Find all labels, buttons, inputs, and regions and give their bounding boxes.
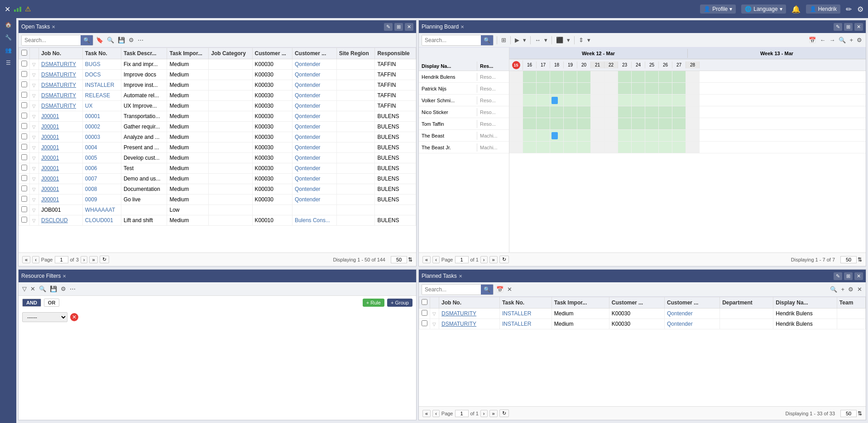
search2-icon[interactable]: 🔍	[106, 36, 115, 44]
pb-settings-icon[interactable]: ⚙	[856, 36, 863, 44]
row-checkbox[interactable]	[21, 102, 27, 108]
customer2-link[interactable]: Qontender	[295, 155, 321, 161]
arrow-lr-icon[interactable]: ↔	[534, 36, 542, 44]
customer2-link[interactable]: Qontender	[295, 165, 321, 171]
pt-edit-btn[interactable]: ✎	[834, 272, 842, 280]
row-checkbox[interactable]	[21, 185, 27, 191]
job-no-link[interactable]: J00001	[41, 113, 59, 119]
pt-per-page-arrows[interactable]: ⇅	[858, 410, 862, 417]
job-no-link[interactable]: J00001	[41, 165, 59, 171]
sidebar-tools-icon[interactable]: 🔧	[5, 34, 12, 41]
col-customer2[interactable]: Customer ...	[292, 48, 336, 59]
and-button[interactable]: AND	[22, 299, 41, 307]
row-checkbox[interactable]	[21, 165, 27, 171]
customer2-link[interactable]: Qontender	[295, 92, 321, 99]
task-no-link[interactable]: BUGS	[85, 61, 101, 67]
pb-search2-icon[interactable]: 🔍	[838, 36, 847, 44]
select-all-checkbox[interactable]	[21, 50, 27, 56]
pb-close-btn[interactable]: ✕	[854, 23, 863, 31]
pt-clear-icon[interactable]: ✕	[506, 285, 513, 294]
filter-clear-icon[interactable]: ✕	[29, 285, 36, 293]
row-checkbox-cell[interactable]	[19, 153, 30, 163]
customer2-link[interactable]: Qontender	[295, 134, 321, 140]
col-customer1[interactable]: Customer ...	[252, 48, 292, 59]
group-button[interactable]: + Group	[387, 299, 412, 307]
edit-icon[interactable]: ✏	[846, 5, 852, 14]
task-no-link[interactable]: 0004	[85, 144, 97, 151]
row-checkbox[interactable]	[21, 175, 27, 181]
col-check-all[interactable]	[19, 48, 30, 59]
row-checkbox[interactable]	[21, 71, 27, 77]
screen-icon[interactable]: ⬛	[555, 36, 564, 44]
task-no-link[interactable]: INSTALLER	[85, 82, 114, 88]
bookmark-icon[interactable]: 🔖	[95, 36, 104, 44]
play-down-icon[interactable]: ▾	[522, 36, 527, 44]
filter-icon[interactable]: ▽	[21, 285, 28, 293]
task-no-link[interactable]: 0006	[85, 165, 97, 171]
open-tasks-table-scroll[interactable]: Job No. Task No. Task Descr... Task Impo…	[19, 48, 416, 252]
row-checkbox-cell[interactable]	[19, 80, 30, 90]
open-tasks-close[interactable]: ✕	[52, 24, 55, 29]
job-no-link[interactable]: J00001	[41, 196, 59, 203]
pb-copy-btn[interactable]: ⊞	[844, 23, 853, 31]
row-checkbox-cell[interactable]	[19, 143, 30, 153]
row-checkbox-cell[interactable]	[19, 163, 30, 174]
pt-col-display-na[interactable]: Display Na...	[773, 297, 837, 309]
row-checkbox[interactable]	[21, 92, 27, 98]
row-checkbox[interactable]	[21, 133, 27, 139]
settings2-icon[interactable]: ⚙	[128, 36, 135, 44]
pt-col-task-impor[interactable]: Task Impor...	[551, 297, 609, 309]
pt-col-check[interactable]	[419, 297, 430, 309]
pb-edit-btn[interactable]: ✎	[834, 23, 842, 31]
pt-col-customer1[interactable]: Customer ...	[609, 297, 664, 309]
customer2-link[interactable]: Qontender	[295, 176, 321, 182]
task-no-link[interactable]: 0008	[85, 186, 97, 192]
task-no-link[interactable]: DOCS	[85, 71, 101, 78]
pt-search-input[interactable]	[422, 285, 481, 295]
refresh-btn[interactable]: ↻	[100, 256, 109, 263]
task-no-link[interactable]: 00002	[85, 124, 100, 130]
task-no-link[interactable]: 00003	[85, 134, 100, 140]
pt-col-customer2[interactable]: Customer ...	[664, 297, 719, 309]
row-checkbox-cell[interactable]	[19, 111, 30, 122]
pt-per-page-input[interactable]	[840, 410, 857, 417]
row-checkbox[interactable]	[21, 196, 27, 202]
pt-checkbox[interactable]	[422, 320, 427, 326]
close-icon[interactable]: ✕	[5, 5, 10, 14]
user-button[interactable]: 👤 Hendrik	[806, 5, 840, 14]
open-tasks-edit-btn[interactable]: ✎	[384, 23, 393, 31]
pt-col-job-no[interactable]: Job No.	[439, 297, 500, 309]
job-no-link[interactable]: J00001	[41, 186, 59, 192]
filter-settings-icon[interactable]: ⚙	[60, 285, 67, 293]
pb-next-btn[interactable]: ›	[480, 256, 488, 263]
task-no-link[interactable]: RELEASE	[85, 92, 110, 99]
row-checkbox-cell[interactable]	[19, 215, 30, 226]
customer2-link[interactable]: Qontender	[295, 196, 321, 203]
filter-save-icon[interactable]: 💾	[49, 285, 58, 293]
filter-delete-btn[interactable]: ✕	[70, 313, 78, 321]
pb-refresh-btn[interactable]: ↻	[499, 256, 509, 263]
row-checkbox-cell[interactable]	[19, 174, 30, 184]
pt-task-link[interactable]: INSTALLER	[502, 321, 531, 327]
pt-copy-btn[interactable]: ⊞	[844, 272, 853, 280]
language-button[interactable]: 🌐 Language ▾	[741, 5, 786, 14]
sidebar-users-icon[interactable]: 👥	[5, 47, 12, 53]
pb-add-icon[interactable]: +	[849, 36, 854, 44]
task-no-link[interactable]: 0007	[85, 176, 97, 182]
row-checkbox[interactable]	[21, 154, 27, 160]
col-responsible[interactable]: Responsible	[375, 48, 416, 59]
pt-search2-icon[interactable]: 🔍	[829, 285, 838, 294]
more-icon[interactable]: ⋯	[137, 36, 144, 44]
row-checkbox[interactable]	[21, 123, 27, 129]
pb-per-page-input[interactable]	[840, 256, 857, 263]
job-no-link[interactable]: DSMATURITY	[41, 61, 76, 67]
col-job-no[interactable]: Job No.	[39, 48, 83, 59]
col-task-no[interactable]: Task No.	[82, 48, 121, 59]
pt-close-btn[interactable]: ✕	[854, 272, 863, 280]
row-checkbox[interactable]	[21, 144, 27, 150]
customer2-link[interactable]: Qontender	[295, 186, 321, 192]
col-task-desc[interactable]: Task Descr...	[121, 48, 167, 59]
customer2-link[interactable]: Qontender	[295, 82, 321, 88]
pb-search-button[interactable]: 🔍	[481, 35, 493, 45]
task-no-link[interactable]: 00001	[85, 113, 100, 119]
